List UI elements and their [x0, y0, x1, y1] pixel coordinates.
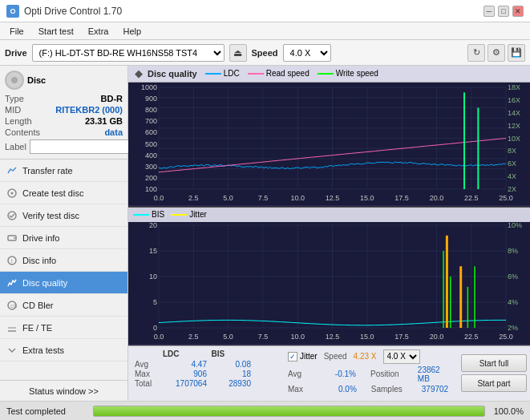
title-bar-controls: ─ □ ✕: [483, 6, 524, 17]
disc-header: Disc: [5, 71, 123, 90]
read-speed-label: Read speed: [266, 69, 310, 78]
type-value: BD-R: [46, 93, 123, 104]
contents-label: Contents: [5, 127, 46, 138]
extra-tests-icon: [6, 345, 18, 356]
max-jitter-row: Max 0.0% Samples 379702: [288, 385, 451, 394]
legend-bis: BIS: [133, 210, 164, 219]
legend-ldc: LDC: [205, 69, 240, 78]
sidebar-item-create-test-disc[interactable]: Create test disc: [0, 182, 127, 204]
progress-label: Test completed: [6, 406, 87, 416]
svg-text:CD: CD: [10, 304, 17, 309]
mid-label: MID: [5, 104, 46, 115]
menu-file[interactable]: File: [3, 25, 30, 38]
speed-stat-label: Speed: [324, 352, 347, 361]
top-chart: [128, 83, 530, 208]
total-label: Total: [135, 379, 163, 388]
max-jitter: 0.0%: [338, 385, 357, 394]
top-chart-canvas: [128, 83, 530, 205]
avg-ldc: 4.47: [163, 360, 207, 369]
speed-value: 4.23 X: [354, 352, 377, 361]
disc-label: Disc: [27, 75, 46, 85]
svg-point-4: [14, 237, 15, 239]
avg-jitter-label: Avg: [288, 370, 329, 378]
title-bar-left: O Opti Drive Control 1.70: [6, 5, 122, 18]
position-label: Position: [370, 370, 411, 378]
sidebar-item-drive-info[interactable]: Drive info: [0, 227, 127, 249]
max-bis: 18: [207, 370, 251, 378]
length-label: Length: [5, 115, 46, 127]
jitter-check[interactable]: ✓ Jitter: [288, 352, 318, 361]
save-button[interactable]: 💾: [508, 44, 525, 62]
menu-help[interactable]: Help: [116, 25, 148, 38]
check-mark: ✓: [289, 353, 296, 361]
app-icon: O: [6, 5, 19, 18]
sidebar-item-disc-info[interactable]: i Disc info: [0, 249, 127, 272]
eject-button[interactable]: ⏏: [229, 44, 247, 62]
total-ldc: 1707064: [163, 379, 207, 388]
read-speed-color: [248, 73, 264, 75]
disc-quality-icon: [6, 277, 18, 289]
max-row: Max 906 18: [135, 370, 275, 378]
sidebar-item-cd-bler[interactable]: CD CD Bler: [0, 294, 127, 317]
drive-bar: Drive (F:) HL-DT-ST BD-RE WH16NS58 TST4 …: [0, 40, 530, 66]
svg-text:i: i: [11, 258, 13, 264]
svg-point-1: [11, 192, 14, 194]
max-jitter-label: Max: [288, 385, 332, 394]
stats-main: LDC BIS Avg 4.47 0.08 Max 906 18 Total 1…: [128, 346, 281, 401]
jitter-label: Jitter: [189, 210, 207, 219]
avg-bis: 0.08: [207, 360, 251, 369]
contents-value: data: [46, 127, 123, 138]
label-field-label: Label: [5, 142, 26, 151]
bottom-chart-canvas: [128, 222, 530, 344]
legend-jitter: Jitter: [171, 210, 207, 219]
legend-read-speed: Read speed: [248, 69, 310, 78]
disc-icon: [5, 71, 24, 90]
speed-stat-select[interactable]: 4.0 X: [383, 349, 420, 364]
stats-right: ✓ Jitter Speed 4.23 X 4.0 X Avg -0.1% Po…: [281, 346, 458, 401]
jitter-color: [171, 214, 187, 216]
progress-fill: [94, 406, 484, 416]
minimize-button[interactable]: ─: [483, 6, 495, 17]
menu-extra[interactable]: Extra: [82, 25, 115, 38]
drive-icon-buttons: ↻ ⚙ 💾: [467, 44, 525, 62]
sidebar: Disc Type BD-R MID RITEKBR2 (000) Length…: [0, 66, 128, 401]
write-speed-label: Write speed: [336, 69, 378, 78]
sidebar-item-extra-tests[interactable]: Extra tests: [0, 339, 127, 361]
progress-percent: 100.0%: [492, 406, 524, 416]
start-part-button[interactable]: Start part: [461, 374, 527, 392]
sidebar-item-disc-quality[interactable]: Disc quality: [0, 272, 127, 294]
label-input[interactable]: [30, 139, 136, 154]
sidebar-item-verify-test-disc[interactable]: Verify test disc: [0, 204, 127, 227]
bis-color: [133, 214, 149, 216]
position-value: 23862 MB: [418, 365, 451, 383]
samples-label: Samples: [371, 385, 415, 394]
mid-value: RITEKBR2 (000): [46, 104, 123, 115]
menu-start-test[interactable]: Start test: [32, 25, 80, 38]
content-title: Disc quality: [148, 69, 197, 79]
drive-label: Drive: [5, 48, 27, 58]
start-full-button[interactable]: Start full: [461, 354, 527, 372]
sidebar-item-transfer-rate[interactable]: Transfer rate: [0, 160, 127, 182]
transfer-rate-icon: [6, 165, 18, 176]
speed-select[interactable]: 4.0 X 1.0 X 2.0 X 6.0 X 8.0 X: [283, 44, 331, 62]
action-buttons: Start full Start part: [458, 346, 530, 401]
menu-bar: File Start test Extra Help: [0, 22, 530, 40]
max-ldc: 906: [163, 370, 207, 378]
avg-jitter-row: Avg -0.1% Position 23862 MB: [288, 365, 451, 383]
jitter-checkbox[interactable]: ✓: [288, 352, 297, 361]
content-area: ◆ Disc quality LDC Read speed Write spee…: [128, 66, 530, 401]
drive-info-icon: [6, 232, 18, 244]
title-bar: O Opti Drive Control 1.70 ─ □ ✕: [0, 0, 530, 22]
maximize-button[interactable]: □: [498, 6, 509, 17]
status-window-button[interactable]: Status window >>: [0, 380, 127, 401]
sidebar-item-fe-te[interactable]: FE / TE: [0, 317, 127, 339]
samples-value: 379702: [422, 385, 448, 394]
drive-select[interactable]: (F:) HL-DT-ST BD-RE WH16NS58 TST4: [32, 44, 225, 62]
refresh-button[interactable]: ↻: [467, 44, 485, 62]
close-button[interactable]: ✕: [512, 6, 524, 17]
total-bis: 28930: [207, 379, 251, 388]
app-title: Opti Drive Control 1.70: [24, 6, 122, 17]
type-label: Type: [5, 93, 46, 104]
bottom-legend-bar: BIS Jitter: [128, 208, 530, 222]
settings-button[interactable]: ⚙: [488, 44, 505, 62]
